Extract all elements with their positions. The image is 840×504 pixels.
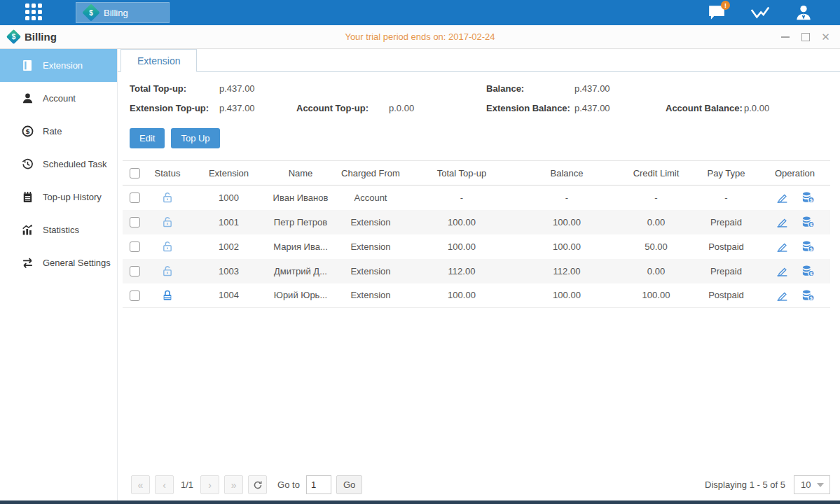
cell-balance: 100.00 <box>514 210 619 234</box>
account-button[interactable] <box>794 3 813 22</box>
svg-text:$: $ <box>809 222 812 227</box>
refresh-icon <box>253 480 263 490</box>
table-row-1000: 1000Иван ИвановAccount----$ <box>123 186 830 210</box>
topup-icon[interactable]: $ <box>801 289 815 302</box>
column-header-pay-type: Pay Type <box>693 161 759 186</box>
next-page-button[interactable]: › <box>200 475 219 494</box>
sidebar-item-label: Top-up History <box>43 192 102 202</box>
select-all-checkbox[interactable] <box>130 168 140 178</box>
row-checkbox[interactable] <box>130 290 140 301</box>
cell-charged-from: Extension <box>332 284 409 308</box>
billing-app-tab[interactable]: $ Billing <box>76 2 170 23</box>
sidebar-item-scheduled-task[interactable]: Scheduled Task <box>0 148 117 181</box>
cell-credit-limit: 0.00 <box>619 210 693 234</box>
edit-icon[interactable] <box>776 265 789 277</box>
sidebar-item-label: General Settings <box>43 258 111 268</box>
cell-charged-from: Extension <box>332 259 409 284</box>
column-header-name: Name <box>269 161 332 186</box>
row-checkbox[interactable] <box>130 217 140 227</box>
sidebar-item-label: Extension <box>43 60 83 71</box>
notebook-icon <box>22 191 34 203</box>
go-button[interactable]: Go <box>336 475 362 494</box>
table-header-row: StatusExtensionNameCharged FromTotal Top… <box>123 161 830 186</box>
tab-extension[interactable]: Extension <box>121 49 197 72</box>
cell-charged-from: Extension <box>332 210 409 234</box>
cell-total-topup: 112.00 <box>409 259 514 284</box>
cell-balance: - <box>514 186 619 210</box>
column-header-total-top-up: Total Top-up <box>409 161 514 186</box>
column-header-charged-from: Charged From <box>332 161 409 186</box>
topup-icon[interactable]: $ <box>801 216 815 228</box>
page-size-select[interactable]: 10 <box>794 475 830 494</box>
sidebar: ExtensionAccount$RateScheduled TaskTop-u… <box>0 49 118 500</box>
sidebar-item-statistics[interactable]: Statistics <box>0 214 117 246</box>
extension-balance-label: Extension Balance: <box>486 103 574 113</box>
main-content: Extension Total Top-up: p.437.00 Balance… <box>118 49 840 500</box>
extension-topup-value: p.437.00 <box>219 103 296 113</box>
last-page-button[interactable]: » <box>224 475 243 494</box>
table-row-1001: 1001Петр ПетровExtension100.00100.000.00… <box>123 210 830 234</box>
account-balance-label: Account Balance: <box>666 103 744 113</box>
edit-icon[interactable] <box>776 240 789 253</box>
cell-credit-limit: 100.00 <box>619 284 693 308</box>
first-page-button[interactable]: « <box>131 475 150 494</box>
billing-app-tab-label: Billing <box>104 8 128 18</box>
table-row-1004: 1004Юрий Юрь...Extension100.00100.00100.… <box>123 284 830 308</box>
minimize-button[interactable] <box>780 32 790 41</box>
prev-page-button[interactable]: ‹ <box>155 475 174 494</box>
chart-icon <box>750 4 770 21</box>
table-row-1002: 1002Мария Ива...Extension100.00100.0050.… <box>123 234 830 259</box>
topup-icon[interactable]: $ <box>801 240 815 253</box>
cell-total-topup: - <box>409 186 514 210</box>
unlocked-icon <box>161 240 174 253</box>
cell-total-topup: 100.00 <box>409 210 514 234</box>
cell-extension: 1001 <box>188 210 269 234</box>
cell-balance: 100.00 <box>514 284 619 308</box>
unlocked-icon <box>161 265 174 277</box>
sidebar-item-label: Account <box>43 93 76 104</box>
dollar-circle-icon: $ <box>22 125 34 137</box>
cell-name: Юрий Юрь... <box>269 284 332 308</box>
row-checkbox[interactable] <box>130 192 140 203</box>
unlocked-icon <box>161 191 174 204</box>
edit-icon[interactable] <box>776 289 789 302</box>
window-bottom-edge <box>0 500 840 504</box>
column-header-operation: Operation <box>759 161 830 186</box>
svg-text:$: $ <box>25 127 30 135</box>
total-topup-value: p.437.00 <box>219 83 296 94</box>
goto-page-input[interactable] <box>306 475 331 494</box>
cell-pay-type: Postpaid <box>693 284 759 308</box>
sidebar-item-general-settings[interactable]: General Settings <box>0 246 117 279</box>
sidebar-item-extension[interactable]: Extension <box>0 49 117 82</box>
cell-balance: 100.00 <box>514 234 619 259</box>
tab-strip: Extension <box>118 49 840 72</box>
top-up-button[interactable]: Top Up <box>171 128 219 148</box>
edit-button[interactable]: Edit <box>130 128 165 148</box>
cell-extension: 1004 <box>188 284 269 308</box>
topup-icon[interactable]: $ <box>801 265 815 277</box>
notifications-button[interactable]: ! <box>707 3 727 22</box>
page-size-value: 10 <box>801 479 811 490</box>
sidebar-item-label: Statistics <box>43 225 79 235</box>
refresh-button[interactable] <box>248 475 267 494</box>
total-topup-label: Total Top-up: <box>130 83 219 94</box>
row-checkbox[interactable] <box>130 241 140 252</box>
window-title-bar: $ Billing Your trial period ends on: 201… <box>0 25 840 49</box>
app-grid-icon[interactable] <box>25 4 43 22</box>
edit-icon[interactable] <box>776 216 789 228</box>
edit-icon[interactable] <box>776 191 789 204</box>
user-icon <box>794 4 813 22</box>
sidebar-item-top-up-history[interactable]: Top-up History <box>0 181 117 214</box>
sidebar-item-rate[interactable]: $Rate <box>0 115 117 148</box>
reports-button[interactable] <box>750 3 770 22</box>
maximize-button[interactable] <box>801 32 810 41</box>
close-button[interactable]: ✕ <box>821 32 830 41</box>
cell-extension: 1002 <box>188 234 269 259</box>
cell-pay-type: Postpaid <box>693 234 759 259</box>
notification-badge: ! <box>721 1 730 10</box>
row-checkbox[interactable] <box>130 266 140 276</box>
sidebar-item-account[interactable]: Account <box>0 82 117 115</box>
billing-app-window: $ Billing ! $ Billing <box>0 0 840 504</box>
cell-name: Дмитрий Д... <box>269 259 332 284</box>
topup-icon[interactable]: $ <box>801 191 815 204</box>
